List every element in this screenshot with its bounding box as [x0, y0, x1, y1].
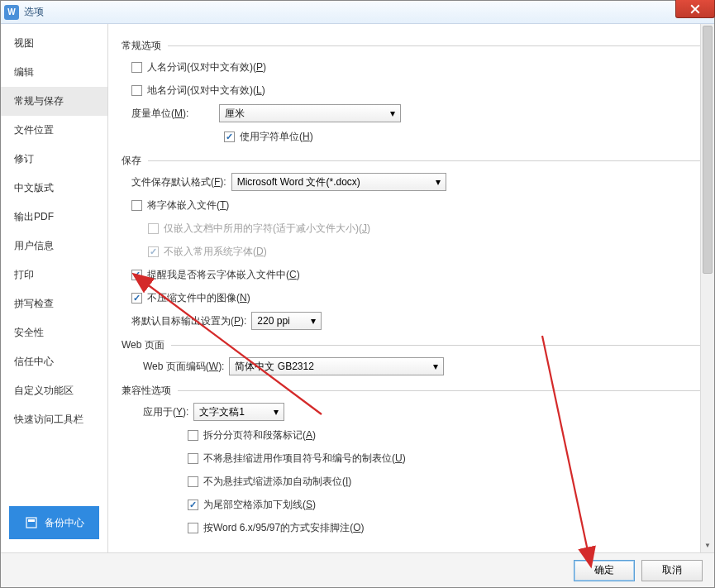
unit-select[interactable]: 厘米 ▾: [219, 104, 401, 122]
dialog-title: 选项: [24, 5, 44, 19]
person-seg-row: 人名分词(仅对中文有效)(P): [131, 58, 701, 76]
triangle-down-icon: ▼: [704, 542, 711, 549]
footer: 确定 取消: [1, 552, 714, 587]
sidebar-item-view[interactable]: 视图: [1, 29, 107, 58]
sidebar-item-file-location[interactable]: 文件位置: [1, 116, 107, 145]
place-seg-checkbox[interactable]: [131, 85, 142, 96]
compat-hang-indent-label: 不将悬挂缩进用作项目符号和编号的制表位(U): [203, 452, 406, 466]
unit-label: 度量单位(M):: [131, 107, 214, 121]
backup-center-button[interactable]: 备份中心: [9, 506, 99, 539]
web-encoding-select[interactable]: 简体中文 GB2312 ▾: [229, 357, 444, 375]
chevron-down-icon: ▾: [274, 406, 279, 418]
embed-fonts-checkbox[interactable]: [131, 200, 142, 211]
default-format-row: 文件保存默认格式(F): Microsoft Word 文件(*.docx) ▾: [131, 173, 701, 191]
group-compat: 兼容性选项: [122, 384, 701, 398]
sidebar-item-user-info[interactable]: 用户信息: [1, 232, 107, 261]
close-icon: [690, 4, 700, 14]
compat-tail-underline-checkbox[interactable]: [188, 500, 198, 510]
compat-auto-tab-row: 不为悬挂式缩进添加自动制表位(I): [188, 472, 701, 490]
default-target-select[interactable]: 220 ppi ▾: [251, 312, 322, 330]
compat-split-row: 拆分分页符和段落标记(A): [188, 426, 701, 444]
sidebar-item-quick-access[interactable]: 快速访问工具栏: [1, 405, 107, 434]
svg-rect-1: [28, 519, 35, 522]
compat-auto-tab-checkbox[interactable]: [188, 476, 198, 487]
content-panel: 常规选项 人名分词(仅对中文有效)(P) 地名分词(仅对中文有效)(L) 度量单…: [108, 24, 714, 552]
group-general: 常规选项: [122, 39, 701, 53]
char-unit-row: 使用字符单位(H): [224, 127, 701, 146]
compat-auto-tab-label: 不为悬挂式缩进添加自动制表位(I): [203, 475, 351, 489]
sidebar-item-cjk-layout[interactable]: 中文版式: [1, 174, 107, 203]
remind-cloud-checkbox[interactable]: [131, 270, 142, 280]
default-format-select[interactable]: Microsoft Word 文件(*.docx) ▾: [231, 173, 446, 191]
chevron-down-icon: ▾: [433, 361, 438, 372]
compat-apply-label: 应用于(Y):: [143, 405, 188, 419]
scroll-down-button[interactable]: ▼: [701, 538, 714, 552]
sidebar-item-edit[interactable]: 编辑: [1, 58, 107, 87]
cancel-button[interactable]: 取消: [641, 560, 703, 581]
backup-icon: [25, 516, 38, 529]
web-encoding-row: Web 页面编码(W): 简体中文 GB2312 ▾: [131, 357, 701, 375]
sidebar-item-revision[interactable]: 修订: [1, 145, 107, 174]
char-unit-checkbox[interactable]: [224, 131, 235, 142]
person-seg-label: 人名分词(仅对中文有效)(P): [147, 60, 266, 74]
dialog-body: 视图 编辑 常规与保存 文件位置 修订 中文版式 输出PDF 用户信息 打印 拼…: [1, 24, 714, 552]
scrollbar[interactable]: ▲ ▼: [700, 24, 714, 552]
sidebar-list: 视图 编辑 常规与保存 文件位置 修订 中文版式 输出PDF 用户信息 打印 拼…: [1, 29, 107, 501]
sidebar-item-customize-ribbon[interactable]: 自定义功能区: [1, 376, 107, 405]
embed-used-only-row: 仅嵌入文档中所用的字符(适于减小文件大小)(J): [148, 219, 701, 237]
no-embed-system-row: 不嵌入常用系统字体(D): [148, 242, 701, 261]
app-icon: W: [4, 5, 19, 20]
compat-tail-underline-row: 为尾部空格添加下划线(S): [188, 495, 701, 514]
place-seg-row: 地名分词(仅对中文有效)(L): [131, 81, 701, 99]
compat-hang-indent-row: 不将悬挂缩进用作项目符号和编号的制表位(U): [188, 449, 701, 467]
compat-word6-row: 按Word 6.x/95/97的方式安排脚注(O): [188, 519, 701, 537]
no-compress-img-row: 不压缩文件中的图像(N): [131, 289, 701, 307]
compat-apply-select[interactable]: 文字文稿1 ▾: [193, 403, 284, 421]
embed-used-only-label: 仅嵌入文档中所用的字符(适于减小文件大小)(J): [164, 222, 370, 236]
sidebar-item-print[interactable]: 打印: [1, 261, 107, 289]
options-dialog: W 选项 视图 编辑 常规与保存 文件位置 修订 中文版式 输出PDF 用户信息…: [0, 0, 715, 588]
default-target-label: 将默认目标输出设置为(P):: [131, 314, 246, 328]
scroll-thumb[interactable]: [703, 26, 713, 274]
no-compress-img-checkbox[interactable]: [131, 293, 142, 304]
char-unit-label: 使用字符单位(H): [240, 130, 313, 144]
unit-row: 度量单位(M): 厘米 ▾: [131, 104, 701, 122]
compat-split-checkbox[interactable]: [188, 430, 198, 441]
web-encoding-label: Web 页面编码(W):: [143, 360, 224, 374]
sidebar: 视图 编辑 常规与保存 文件位置 修订 中文版式 输出PDF 用户信息 打印 拼…: [1, 24, 108, 552]
default-format-label: 文件保存默认格式(F):: [131, 175, 226, 189]
person-seg-checkbox[interactable]: [131, 62, 142, 73]
close-button[interactable]: [675, 0, 715, 18]
chevron-down-icon: ▾: [390, 108, 395, 119]
remind-cloud-row: 提醒我是否将云字体嵌入文件中(C): [131, 265, 701, 284]
compat-word6-label: 按Word 6.x/95/97的方式安排脚注(O): [203, 521, 365, 535]
compat-apply-row: 应用于(Y): 文字文稿1 ▾: [131, 403, 701, 421]
compat-split-label: 拆分分页符和段落标记(A): [203, 428, 316, 442]
compat-word6-checkbox[interactable]: [188, 523, 198, 533]
default-target-row: 将默认目标输出设置为(P): 220 ppi ▾: [131, 312, 701, 330]
no-embed-system-label: 不嵌入常用系统字体(D): [164, 245, 267, 259]
group-save: 保存: [122, 154, 701, 168]
embed-used-only-checkbox: [148, 223, 159, 234]
svg-rect-0: [26, 518, 36, 528]
compat-tail-underline-label: 为尾部空格添加下划线(S): [203, 498, 316, 512]
compat-hang-indent-checkbox[interactable]: [188, 453, 198, 464]
place-seg-label: 地名分词(仅对中文有效)(L): [147, 84, 265, 98]
chevron-down-icon: ▾: [436, 176, 441, 188]
sidebar-item-spellcheck[interactable]: 拼写检查: [1, 289, 107, 318]
sidebar-item-general-save[interactable]: 常规与保存: [1, 87, 107, 116]
embed-fonts-label: 将字体嵌入文件(T): [147, 198, 229, 213]
embed-fonts-row: 将字体嵌入文件(T): [131, 196, 701, 214]
sidebar-item-trust-center[interactable]: 信任中心: [1, 347, 107, 376]
no-compress-img-label: 不压缩文件中的图像(N): [147, 291, 250, 305]
sidebar-item-security[interactable]: 安全性: [1, 318, 107, 347]
sidebar-item-output-pdf[interactable]: 输出PDF: [1, 203, 107, 232]
ok-button[interactable]: 确定: [574, 560, 635, 581]
no-embed-system-checkbox: [148, 246, 159, 257]
remind-cloud-label: 提醒我是否将云字体嵌入文件中(C): [147, 268, 300, 282]
chevron-down-icon: ▾: [311, 315, 316, 327]
group-web: Web 页面: [122, 338, 701, 352]
titlebar: W 选项: [1, 1, 714, 24]
